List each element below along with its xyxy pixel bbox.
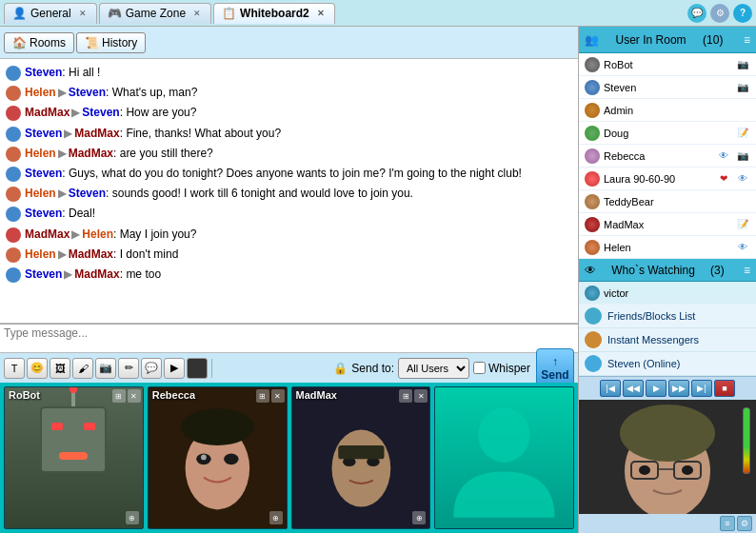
media-prev-btn[interactable]: |◀ — [600, 380, 621, 397]
send-arrow-icon: ↑ — [552, 355, 558, 368]
chat-message: MadMax▶Steven: How are you? — [6, 103, 572, 123]
user-avatar — [585, 80, 600, 95]
svg-point-9 — [479, 407, 530, 463]
pencil-tool-btn[interactable]: ✏ — [118, 358, 139, 379]
right-config-btn[interactable]: ⚙ — [737, 516, 752, 531]
tab-gamezone-label: Game Zone — [126, 7, 186, 20]
svg-point-4 — [181, 408, 254, 445]
chat-icon-btn[interactable]: 💬 — [687, 4, 706, 23]
video-zoom-robot[interactable]: ⊕ — [126, 511, 139, 524]
tab-general[interactable]: 👤 General ✕ — [4, 3, 97, 24]
user-list: RoBot📷Steven📷AdminDoug📝Rebecca👁📷Laura 90… — [579, 53, 756, 259]
chat-avatar — [6, 247, 21, 263]
user-name-label: Rebecca — [604, 150, 712, 162]
media-tool-btn[interactable]: ▶ — [164, 358, 185, 379]
chat-message: Steven: Hi all ! — [6, 63, 572, 83]
video-zoom-rebecca[interactable]: ⊕ — [269, 511, 283, 524]
send-label: Send — [541, 368, 568, 382]
madmax-face-svg — [292, 406, 430, 529]
user-heart-icon[interactable]: ❤ — [716, 171, 731, 187]
user-list-item[interactable]: Rebecca👁📷 — [579, 145, 756, 168]
chat-text: MadMax▶Helen: May I join you? — [25, 226, 572, 244]
send-to-select[interactable]: All Users Steven Helen MadMax — [398, 358, 469, 379]
user-eye-icon[interactable]: 👁 — [716, 148, 731, 164]
tab-general-label: General — [30, 7, 71, 20]
video-expand-rebecca[interactable]: ⊞ — [256, 389, 269, 403]
chat-tool-btn[interactable]: 💬 — [141, 358, 162, 379]
rooms-button[interactable]: 🏠 Rooms — [4, 32, 74, 53]
user-camera-icon[interactable]: 📷 — [735, 57, 750, 72]
right-settings-btn[interactable]: ≡ — [720, 516, 735, 531]
square-tool-btn[interactable]: ■ — [187, 358, 208, 379]
whisper-checkbox[interactable] — [473, 362, 486, 374]
video-expand-robot[interactable]: ⊞ — [112, 389, 126, 403]
video-expand-madmax[interactable]: ⊞ — [399, 389, 412, 403]
user-name-label: TeddyBear — [604, 196, 750, 207]
user-list-item[interactable]: RoBot📷 — [579, 53, 756, 76]
user-eye-icon[interactable]: 👁 — [735, 240, 750, 255]
watching-user-item[interactable]: victor — [579, 282, 756, 305]
user-note-icon[interactable]: 📝 — [735, 126, 750, 141]
user-list-item[interactable]: Helen👁 — [579, 236, 756, 259]
chat-message: Helen▶Steven: What's up, man? — [6, 83, 572, 103]
chat-avatar — [6, 207, 21, 222]
chat-text: Helen▶MadMax: are you still there? — [25, 145, 572, 163]
text-tool-btn[interactable]: T — [4, 358, 25, 379]
user-camera-icon[interactable]: 📷 — [735, 80, 750, 95]
media-ff-btn[interactable]: ▶▶ — [668, 380, 689, 397]
friends-icon — [585, 307, 602, 325]
chat-message: MadMax▶Helen: May I join you? — [6, 225, 572, 245]
tab-gamezone-close[interactable]: ✕ — [191, 8, 203, 19]
video-label-madmax: MadMax — [296, 389, 337, 401]
input-area[interactable] — [0, 324, 578, 352]
user-list-item[interactable]: Laura 90-60-90❤👁 — [579, 168, 756, 190]
video-controls-rebecca: ⊞ ✕ — [256, 389, 285, 403]
history-button[interactable]: 📜 History — [76, 32, 146, 53]
video-close-robot[interactable]: ✕ — [128, 389, 141, 403]
online-user-icon — [585, 355, 602, 372]
chat-avatar — [6, 86, 21, 101]
watching-sort-icon[interactable]: ≡ — [744, 264, 750, 277]
online-user-label: Steven (Online) — [607, 358, 680, 369]
user-list-item[interactable]: TeddyBear — [579, 190, 756, 213]
video-close-madmax[interactable]: ✕ — [414, 389, 428, 403]
photo-tool-btn[interactable]: 📷 — [95, 358, 116, 379]
chat-input[interactable] — [4, 326, 574, 340]
user-list-item[interactable]: Steven📷 — [579, 76, 756, 99]
user-list-item[interactable]: Doug📝 — [579, 122, 756, 145]
tab-gamezone[interactable]: 🎮 Game Zone ✕ — [99, 3, 211, 24]
user-avatar — [585, 171, 600, 187]
user-list-item[interactable]: MadMax📝 — [579, 213, 756, 236]
user-eye-icon[interactable]: 👁 — [735, 171, 750, 187]
user-list-item[interactable]: Admin — [579, 99, 756, 122]
user-name-label: Steven — [604, 82, 731, 93]
tab-whiteboard2[interactable]: 📋 Whiteboard2 ✕ — [213, 3, 335, 24]
instant-messengers-item[interactable]: Instant Messengers — [579, 328, 756, 352]
room-sort-icon[interactable]: ≡ — [744, 33, 750, 47]
help-icon-btn[interactable]: ? — [733, 4, 752, 23]
online-user-item[interactable]: Steven (Online) — [579, 352, 756, 376]
emoji-tool-btn[interactable]: 😊 — [27, 358, 48, 379]
header-icons: 💬 ⚙ ? — [687, 4, 752, 23]
user-avatar — [585, 240, 600, 255]
rebecca-face-svg — [149, 406, 287, 529]
video-zoom-madmax[interactable]: ⊕ — [412, 511, 426, 524]
tab-whiteboard2-close[interactable]: ✕ — [315, 8, 327, 19]
media-play-btn[interactable]: ▶ — [646, 380, 666, 397]
media-next-btn[interactable]: ▶| — [691, 380, 712, 397]
friends-blocks-item[interactable]: Friends/Blocks List — [579, 305, 756, 328]
video-close-rebecca[interactable]: ✕ — [271, 389, 285, 403]
settings-icon-btn[interactable]: ⚙ — [710, 4, 729, 23]
im-icon — [585, 331, 602, 348]
robot-right-eye — [84, 423, 95, 430]
big-video-content — [579, 400, 756, 514]
image-tool-btn[interactable]: 🖼 — [50, 358, 70, 379]
media-stop-btn[interactable]: ■ — [714, 380, 735, 397]
tab-general-close[interactable]: ✕ — [77, 8, 89, 19]
media-rewind-btn[interactable]: ◀◀ — [623, 380, 644, 397]
user-note-icon[interactable]: 📝 — [735, 217, 750, 232]
robot-mouth — [59, 452, 88, 460]
user-avatar — [585, 217, 600, 232]
user-camera-icon[interactable]: 📷 — [735, 148, 750, 164]
brush-tool-btn[interactable]: 🖌 — [72, 358, 93, 379]
